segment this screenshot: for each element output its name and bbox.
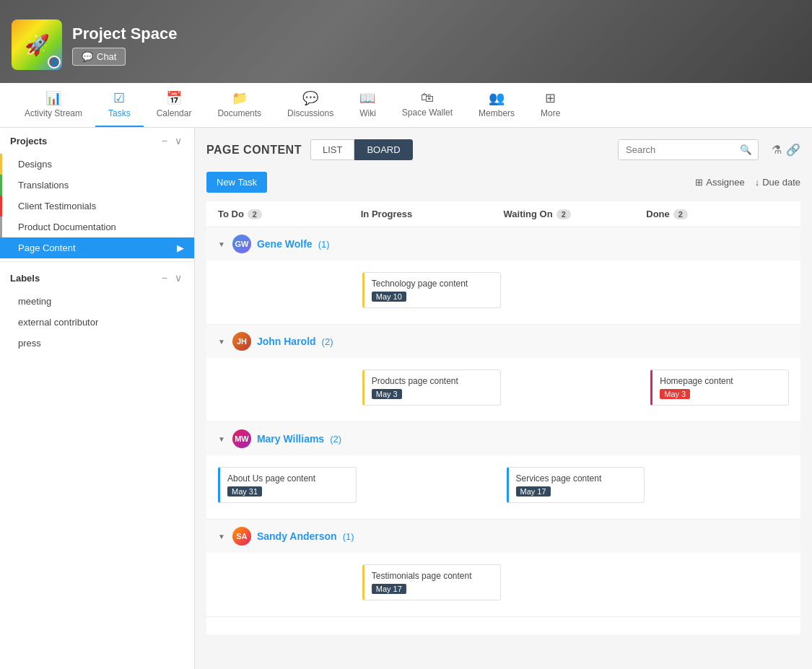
avatar-mary-williams: MW [232,429,251,448]
task-col-waiting-gw [507,269,645,315]
tab-tasks[interactable]: ☑ Tasks [95,83,144,127]
task-col-waiting-jh [507,367,645,413]
task-col-done-jh: Homepage content May 3 [650,367,789,413]
tasks-icon: ☑ [113,90,125,106]
sidebar-item-press[interactable]: press [0,333,194,354]
tab-calendar[interactable]: 📅 Calendar [144,83,205,127]
press-label: press [18,338,41,349]
tab-space-wallet-label: Space Wallet [402,108,453,118]
chat-label: Chat [97,51,116,62]
tab-space-wallet[interactable]: 🛍 Space Wallet [389,83,466,127]
task-card-homepage[interactable]: Homepage content May 3 [650,370,789,406]
task-col-done-gw [650,269,789,315]
col-done-label: Done [646,209,670,219]
board-controls: New Task ⊞ Assignee ↓ Due date [206,172,800,193]
designs-label: Designs [18,159,52,170]
task-card-products[interactable]: Products page content May 3 [362,370,501,406]
task-col-todo-mw: About Us page content May 31 [218,464,357,510]
new-task-button[interactable]: New Task [206,172,267,193]
sidebar-item-client-testimonials[interactable]: Client Testimonials [0,196,194,217]
view-toggle: LIST BOARD [310,139,413,160]
list-view-btn[interactable]: LIST [310,139,354,160]
board-columns-header: To Do 2 In Progress Waiting On 2 Done 2 [206,201,800,227]
assignee-header-gene-wolfe[interactable]: ▼ GW Gene Wolfe (1) [206,227,800,261]
assignee-count-sandy-anderson: (1) [343,531,354,542]
projects-controls: − ∨ [160,135,184,147]
filter-button[interactable]: ⚗ [772,143,782,157]
more-icon: ⊞ [545,90,556,106]
sidebar-item-translations[interactable]: Translations [0,175,194,196]
logo-badge: 👤 [48,56,61,69]
assignee-header-mary-williams[interactable]: ▼ MW Mary Williams (2) [206,422,800,455]
task-col-todo-sa [218,561,357,608]
labels-expand-btn[interactable]: ∨ [173,272,184,284]
assignee-header-john-harold[interactable]: ▼ JH John Harold (2) [206,325,800,358]
col-todo-count: 2 [248,209,262,219]
tab-documents[interactable]: 📁 Documents [204,83,274,127]
col-waitingon-label: Waiting On [504,209,553,219]
chevron-john-harold: ▼ [218,338,225,346]
tab-discussions[interactable]: 💬 Discussions [274,83,346,127]
sidebar-item-product-documentation[interactable]: Product Documentation [0,217,194,237]
assignee-header-sandy-anderson[interactable]: ▼ SA Sandy Anderson (1) [206,520,800,553]
assignee-row-sandy-anderson: ▼ SA Sandy Anderson (1) Testimonials pag… [206,520,800,617]
meeting-label: meeting [18,296,51,307]
board-container: To Do 2 In Progress Waiting On 2 Done 2 [206,201,800,634]
task-col-waiting-mw: Services page content May 17 [507,464,645,510]
projects-expand-btn[interactable]: ∨ [173,135,184,147]
assignee-name-mary-williams: Mary Williams [257,433,324,445]
task-card-testimonials[interactable]: Testimonials page content May 17 [362,564,501,600]
header-title-area: Project Space 💬 Chat [72,25,178,66]
col-header-done: Done 2 [646,209,789,219]
search-button[interactable]: 🔍 [734,140,758,159]
sidebar-item-page-content[interactable]: Page Content ▶ [0,237,194,258]
sidebar-item-meeting[interactable]: meeting [0,291,194,312]
task-col-waiting-sa [507,561,645,608]
task-col-inprogress-mw [362,464,501,510]
tab-calendar-label: Calendar [157,108,192,118]
projects-label: Projects [10,136,47,147]
documents-icon: 📁 [232,90,248,106]
labels-collapse-btn[interactable]: − [160,272,170,284]
tab-members[interactable]: 👥 Members [466,83,528,127]
assignee-tasks-sandy-anderson: Testimonials page content May 17 [206,553,800,616]
sidebar-item-designs[interactable]: Designs [0,154,194,175]
filter-icons: ⚗ 🔗 [772,143,800,157]
board-view-btn[interactable]: BOARD [354,139,412,160]
assignee-count-mary-williams: (2) [330,434,341,445]
page-content-arrow: ▶ [177,242,184,253]
col-todo-label: To Do [218,209,244,219]
tab-more-label: More [541,108,560,118]
tab-wiki[interactable]: 📖 Wiki [346,83,389,127]
search-icon: 🔍 [740,144,752,155]
task-title-technology: Technology page content [372,279,493,289]
chat-button[interactable]: 💬 Chat [72,48,126,66]
search-bar: 🔍 [618,139,759,160]
tab-activity-stream-label: Activity Stream [25,108,82,118]
search-input[interactable] [619,140,734,159]
chevron-sandy-anderson: ▼ [218,533,225,541]
projects-collapse-btn[interactable]: − [160,135,170,147]
task-col-todo-jh [218,367,357,413]
task-card-services[interactable]: Services page content May 17 [507,467,645,503]
page-title: PAGE CONTENT [206,144,302,157]
members-icon: 👥 [489,90,505,106]
assignee-row-gene-wolfe: ▼ GW Gene Wolfe (1) Technology page cont… [206,227,800,325]
due-date-sort-btn[interactable]: ↓ Due date [755,177,800,188]
discussions-icon: 💬 [302,90,318,106]
assignee-sort-btn[interactable]: ⊞ Assignee [695,177,744,188]
client-testimonials-label: Client Testimonials [18,201,96,211]
task-card-aboutus[interactable]: About Us page content May 31 [218,467,357,503]
avatar-sandy-anderson: SA [232,527,251,546]
task-card-technology[interactable]: Technology page content May 10 [362,272,501,308]
assignee-count-gene-wolfe: (1) [318,239,330,250]
avatar-john-harold: JH [232,332,251,351]
sidebar-item-external-contributor[interactable]: external contributor [0,312,194,333]
tab-activity-stream[interactable]: 📊 Activity Stream [12,83,95,127]
task-title-products: Products page content [372,376,493,386]
link-button[interactable]: 🔗 [786,143,800,157]
tab-more[interactable]: ⊞ More [528,83,573,127]
content-area: PAGE CONTENT LIST BOARD 🔍 ⚗ 🔗 New Task [195,128,812,669]
col-waitingon-count: 2 [556,209,571,219]
task-col-done-mw [650,464,789,510]
